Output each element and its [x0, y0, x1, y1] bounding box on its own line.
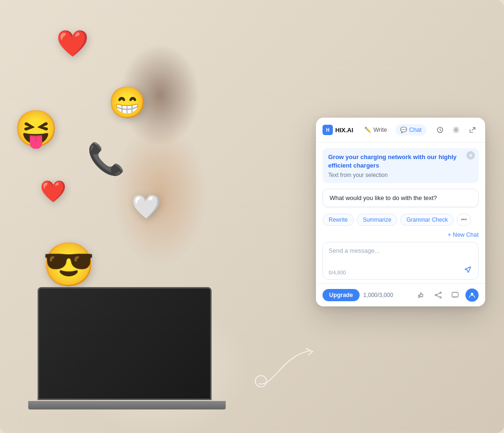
- chip-summarize[interactable]: Summarize: [357, 214, 398, 226]
- laptop-screen: [38, 287, 212, 400]
- chip-grammar[interactable]: Grammar Check: [400, 214, 454, 226]
- widget-header: H HIX.AI ✏️ Write 💬 Chat: [316, 118, 485, 143]
- new-chat-label: + New Chat: [448, 232, 479, 238]
- selected-text-block: Grow your charging network with our high…: [323, 148, 479, 183]
- upgrade-button[interactable]: Upgrade: [323, 289, 360, 301]
- action-chips: Rewrite Summarize Grammar Check •••: [316, 212, 485, 231]
- selected-text-main: Grow your charging network with our high…: [328, 153, 473, 170]
- chip-more[interactable]: •••: [457, 214, 471, 226]
- selected-text-sub: Text from your selection: [328, 172, 473, 178]
- chat-widget: H HIX.AI ✏️ Write 💬 Chat: [316, 118, 485, 306]
- logo-area: H HIX.AI: [323, 125, 353, 135]
- svg-point-8: [471, 293, 473, 295]
- expand-button[interactable]: [466, 123, 479, 136]
- share-button[interactable]: [432, 289, 445, 302]
- emoji-sunglasses: 😎: [42, 240, 95, 289]
- chip-rewrite[interactable]: Rewrite: [323, 214, 354, 226]
- new-chat-button[interactable]: + New Chat: [448, 232, 479, 238]
- char-count: 0/4,800: [329, 270, 346, 275]
- avatar-button[interactable]: [465, 289, 479, 302]
- svg-point-6: [435, 295, 437, 296]
- history-button[interactable]: [434, 123, 446, 136]
- settings-button[interactable]: [450, 123, 462, 136]
- background: 😝 ❤️ 😁 📞 🤍 😎 ❤️ H HIX.AI ✏️ Write 💬: [0, 0, 504, 433]
- laptop-base: [28, 401, 226, 409]
- usage-text: 1,000/3,000: [363, 292, 393, 298]
- tab-chat-label: Chat: [409, 127, 421, 133]
- message-input-area[interactable]: Send a message... 0/4,800: [323, 242, 479, 280]
- svg-point-5: [440, 297, 441, 298]
- emoji-heart: ❤️: [56, 28, 89, 59]
- close-selected-button[interactable]: ✕: [466, 151, 475, 160]
- logo-text: HIX.AI: [335, 127, 353, 134]
- chat-question-bubble: What would you like to do with the text?: [323, 189, 479, 207]
- svg-point-0: [255, 376, 267, 387]
- write-icon: ✏️: [364, 127, 371, 133]
- message-placeholder: Send a message...: [329, 247, 472, 254]
- chat-icon: 💬: [400, 127, 407, 133]
- logo-icon: H: [323, 125, 333, 135]
- chat-question-text: What would you like to do with the text?: [330, 194, 437, 201]
- thumbs-up-button[interactable]: [415, 289, 428, 302]
- svg-rect-3: [418, 295, 420, 297]
- svg-point-4: [440, 292, 441, 294]
- new-chat-row: + New Chat: [316, 231, 485, 242]
- emoji-heart2: 🤍: [132, 193, 161, 220]
- emoji-phone: 📞: [87, 141, 125, 177]
- widget-footer: Upgrade 1,000/3,000: [316, 283, 485, 306]
- tab-write[interactable]: ✏️ Write: [360, 124, 392, 136]
- message-button[interactable]: [449, 289, 462, 302]
- send-button[interactable]: [462, 264, 473, 275]
- svg-point-2: [455, 129, 457, 131]
- emoji-heart3: ❤️: [40, 179, 66, 204]
- curve-arrow: [244, 344, 329, 395]
- tab-chat[interactable]: 💬 Chat: [395, 124, 426, 136]
- emoji-tongue: 😝: [14, 108, 58, 150]
- tab-write-label: Write: [373, 127, 387, 133]
- svg-rect-7: [452, 292, 458, 297]
- emoji-grin: 😁: [108, 85, 146, 120]
- laptop: [28, 315, 226, 409]
